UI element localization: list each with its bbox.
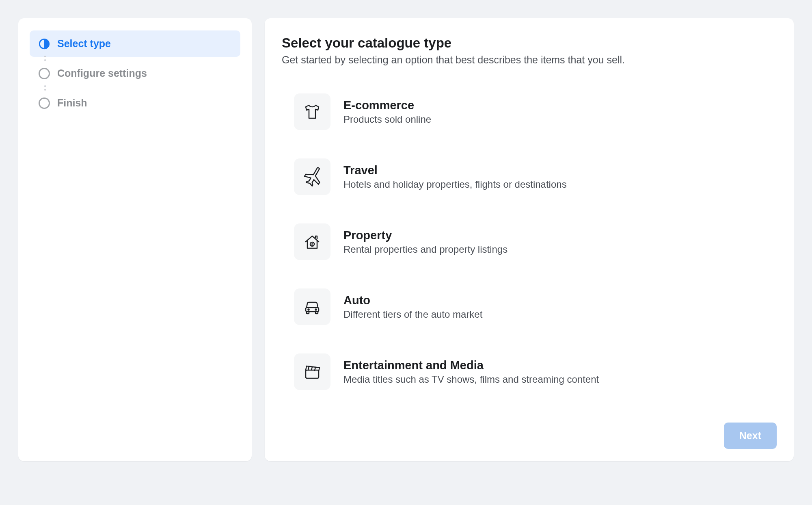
step-select-type[interactable]: Select type xyxy=(30,30,240,57)
option-description: Media titles such as TV shows, films and… xyxy=(343,374,777,385)
option-ecommerce[interactable]: E-commerce Products sold online xyxy=(294,93,777,130)
car-icon xyxy=(294,288,330,325)
option-description: Rental properties and property listings xyxy=(343,244,777,255)
step-finish[interactable]: Finish xyxy=(30,90,240,116)
main-panel: Select your catalogue type Get started b… xyxy=(265,18,794,461)
clapper-icon xyxy=(294,353,330,390)
option-title: Entertainment and Media xyxy=(343,359,777,372)
page-title: Select your catalogue type xyxy=(282,35,777,51)
shirt-icon xyxy=(294,93,330,130)
option-auto[interactable]: Auto Different tiers of the auto market xyxy=(294,288,777,325)
option-title: Auto xyxy=(343,294,777,307)
option-description: Hotels and holiday properties, flights o… xyxy=(343,179,777,190)
page-subtitle: Get started by selecting an option that … xyxy=(282,54,777,66)
svg-text:$: $ xyxy=(311,243,313,247)
catalogue-options: E-commerce Products sold online Travel H… xyxy=(282,93,777,390)
option-description: Different tiers of the auto market xyxy=(343,309,777,320)
svg-point-7 xyxy=(315,309,317,310)
next-button[interactable]: Next xyxy=(724,423,777,449)
svg-point-6 xyxy=(308,309,309,310)
empty-circle-icon xyxy=(39,98,50,109)
half-circle-icon xyxy=(39,38,50,50)
empty-circle-icon xyxy=(39,68,50,79)
step-label: Finish xyxy=(57,97,87,109)
plane-icon xyxy=(294,158,330,195)
option-description: Products sold online xyxy=(343,114,777,125)
svg-rect-5 xyxy=(315,312,318,314)
svg-rect-4 xyxy=(307,312,309,314)
option-title: Property xyxy=(343,229,777,242)
svg-line-9 xyxy=(308,366,309,370)
option-entertainment[interactable]: Entertainment and Media Media titles suc… xyxy=(294,353,777,390)
option-title: E-commerce xyxy=(343,99,777,112)
option-property[interactable]: $ Property Rental properties and propert… xyxy=(294,223,777,260)
option-travel[interactable]: Travel Hotels and holiday properties, fl… xyxy=(294,158,777,195)
step-configure-settings[interactable]: Configure settings xyxy=(30,60,240,87)
sidebar: Select type Configure settings Finish xyxy=(18,18,252,461)
step-label: Select type xyxy=(57,38,111,50)
svg-rect-8 xyxy=(306,370,319,378)
option-title: Travel xyxy=(343,164,777,177)
step-label: Configure settings xyxy=(57,67,147,79)
house-icon: $ xyxy=(294,223,330,260)
